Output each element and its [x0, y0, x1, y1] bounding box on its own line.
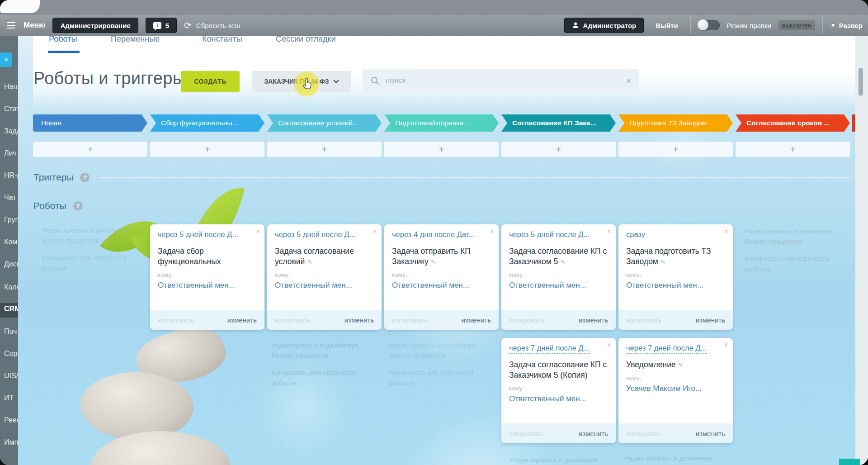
edit-button[interactable]: изменить	[344, 316, 374, 324]
close-icon[interactable]: ×	[373, 228, 377, 235]
robot-title-text: Задача согласование условий	[275, 247, 354, 266]
close-icon[interactable]: ×	[607, 228, 611, 235]
sidebar-item[interactable]: Стат	[4, 105, 18, 116]
card-footer: копировать изменить	[150, 310, 264, 330]
help-icon[interactable]: ?	[73, 201, 83, 211]
robot-card: через 5 дней после Д... × Задача согласо…	[501, 224, 616, 330]
add-robot-button[interactable]: +	[501, 142, 616, 157]
sidebar-item[interactable]: Почт	[4, 327, 18, 338]
sidebar-item[interactable]: Ком	[4, 238, 18, 249]
help-icon[interactable]: ?	[80, 173, 90, 182]
edit-button[interactable]: изменить	[579, 316, 608, 324]
add-robot-button[interactable]: +	[33, 142, 147, 157]
sidebar-item-crm[interactable]: CRM	[0, 303, 18, 318]
edit-pencil-icon[interactable]: ✎	[678, 361, 684, 369]
sidebar-item[interactable]: Лич	[4, 149, 18, 160]
edit-pencil-icon[interactable]: ✎	[307, 258, 312, 266]
delay-link[interactable]: сразу	[626, 230, 645, 240]
assignee-link[interactable]: Усачев Максим Иго...	[626, 384, 726, 393]
copy-button[interactable]: копировать	[275, 316, 311, 324]
copy-button[interactable]: копировать	[509, 430, 545, 437]
stage-prepare-send[interactable]: Подготовка/отправка ...	[384, 114, 499, 132]
designer-link[interactable]: Редактировать в дизайнере Бизнес-процесс…	[625, 453, 730, 465]
menu-icon[interactable]	[7, 25, 15, 26]
sidebar-item[interactable]: Зада	[4, 127, 18, 138]
app-window: Роботы Переменные Константы Сессии отлад…	[0, 0, 868, 465]
copy-button[interactable]: копировать	[158, 316, 193, 324]
stage-approve-deadlines[interactable]: Согласование сроков ...	[736, 114, 850, 132]
stage-collect-functional[interactable]: Сбор функциональны...	[150, 114, 264, 132]
sidebar-item[interactable]: Реес	[4, 416, 18, 427]
edit-button[interactable]: изменить	[227, 316, 257, 324]
edit-button[interactable]: изменить	[696, 430, 725, 437]
assignee-link[interactable]: Ответственный мен...	[158, 281, 258, 290]
card-footer: копировать изменить	[501, 310, 616, 330]
close-icon[interactable]: ×	[724, 228, 728, 235]
user-icon	[572, 22, 579, 29]
add-robot-button[interactable]: +	[384, 142, 499, 157]
stage-prepare-tz[interactable]: Подготовка ТЗ Заводом	[618, 114, 733, 132]
expand-label: Развер	[839, 22, 863, 29]
sidebar-item[interactable]: UIS/	[4, 372, 18, 383]
edit-button[interactable]: изменить	[462, 316, 491, 324]
edit-button[interactable]: изменить	[579, 430, 608, 437]
copy-button[interactable]: копировать	[626, 316, 662, 324]
sidebar-item[interactable]: Серв	[4, 350, 18, 361]
reset-cache-button[interactable]: ⟳ Сбросить кеш	[184, 21, 241, 30]
stage-approve-kp[interactable]: Согласование КП Зака...	[501, 114, 616, 132]
copy-button[interactable]: копировать	[626, 430, 662, 437]
sidebar-item[interactable]: Груп	[4, 216, 18, 227]
sidebar-item[interactable]: Наш	[4, 83, 18, 94]
robot-card: через 7 дней после Д... × Задача согласо…	[501, 338, 616, 443]
sidebar-item[interactable]: Имп	[4, 438, 18, 449]
delay-link[interactable]: через 5 дней после Д...	[275, 230, 355, 240]
assignee-link[interactable]: Ответственный мен...	[509, 281, 609, 290]
edit-button[interactable]: изменить	[696, 316, 725, 324]
logout-button[interactable]: Выйти	[656, 22, 678, 29]
administration-button[interactable]: Администрирование	[52, 18, 138, 33]
add-robot-button[interactable]: +	[267, 142, 382, 157]
delay-link[interactable]: через 4 дня после Дат...	[392, 230, 475, 240]
edit-pencil-icon[interactable]: ✎	[560, 258, 566, 266]
scrollbar-thumb[interactable]	[859, 68, 863, 96]
stage-approve-terms[interactable]: Согласование условий...	[267, 114, 382, 132]
add-robot-button[interactable]: +	[150, 142, 264, 157]
assignee-link[interactable]: Ответственный мен...	[275, 281, 375, 290]
expand-button[interactable]: ▼ Развер	[830, 22, 863, 29]
delay-link[interactable]: через 7 дней после Д...	[626, 344, 707, 354]
sidebar-close-button[interactable]: ×	[0, 52, 12, 67]
assignee-link[interactable]: Ответственный мен...	[392, 281, 492, 290]
notifications-button[interactable]: i 5	[146, 18, 177, 33]
edit-pencil-icon[interactable]: ✎	[660, 258, 666, 266]
copy-button[interactable]: копировать	[509, 316, 545, 324]
stage-new[interactable]: Новая	[33, 114, 147, 132]
add-robot-button[interactable]: +	[736, 142, 850, 157]
menu-label[interactable]: Меню	[24, 21, 45, 30]
left-sidebar: Наш Стат Зада Лич HR-р Чат Груп Ком Диск…	[0, 36, 18, 465]
search-input[interactable]	[385, 76, 621, 85]
sidebar-item[interactable]: ИТ	[4, 394, 18, 405]
close-icon[interactable]: ×	[607, 342, 611, 349]
close-icon[interactable]: ×	[724, 342, 728, 349]
copy-button[interactable]: копировать	[392, 316, 428, 324]
assignee-link[interactable]: Ответственный мен...	[509, 394, 609, 403]
sidebar-item[interactable]: Чат	[4, 194, 18, 204]
close-icon[interactable]: ×	[256, 228, 260, 235]
edit-pencil-icon[interactable]: ✎	[431, 258, 436, 266]
close-icon[interactable]: ×	[490, 228, 494, 235]
delay-link[interactable]: через 7 дней после Д...	[509, 344, 590, 354]
delay-link[interactable]: через 5 дней после Д...	[509, 230, 590, 240]
search-clear-icon[interactable]: ×	[626, 76, 631, 85]
current-user-button[interactable]: Администратор	[564, 18, 644, 33]
add-robot-button[interactable]: +	[618, 142, 733, 157]
sidebar-item[interactable]: Кале	[4, 283, 18, 294]
delay-link[interactable]: через 5 дней после Д...	[158, 230, 238, 240]
create-button[interactable]: СОЗДАТЬ	[181, 71, 240, 92]
sidebar-item[interactable]: Диск	[4, 260, 18, 271]
designer-link[interactable]: Редактировать в дизайнере Бизнес-процесс…	[510, 455, 615, 465]
robot-title: Задача отправить КП Заказчику✎	[392, 246, 492, 267]
edit-mode-toggle[interactable]	[698, 20, 720, 30]
assignee-link[interactable]: Ответственный мен...	[626, 281, 726, 290]
sidebar-item[interactable]: HR-р	[4, 171, 18, 182]
robot-title-text: Задача подготовить ТЗ Заводом	[626, 247, 711, 266]
